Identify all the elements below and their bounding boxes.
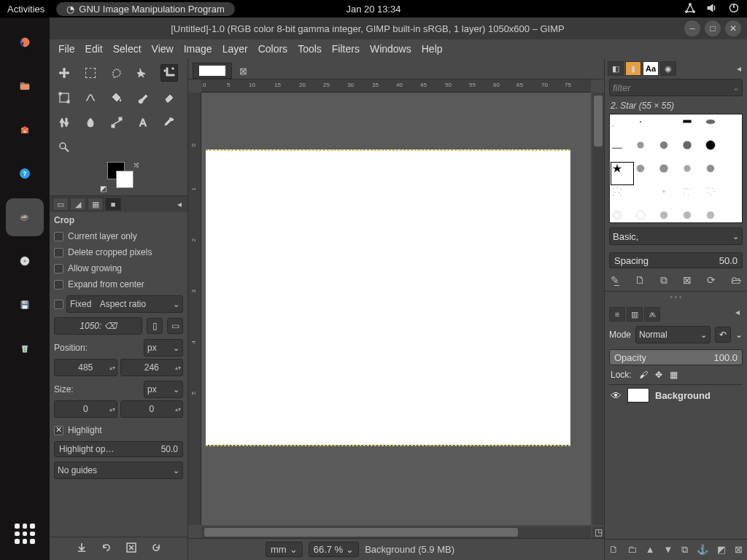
delete-brush-icon[interactable]: ⊠ [683, 274, 692, 287]
clock[interactable]: Jan 20 13:34 [346, 4, 400, 15]
edit-brush-icon[interactable]: ✎̲ [611, 274, 619, 287]
layer-list[interactable]: 👁 Background [609, 384, 743, 537]
brush-preset-combo[interactable]: Basic,⌄ [609, 228, 743, 245]
brush-spacing-slider[interactable]: Spacing50.0 [609, 252, 743, 268]
tab-channels[interactable]: ▥ [627, 307, 643, 322]
delete-preset-icon[interactable] [125, 542, 137, 556]
tool-unified-transform[interactable] [55, 89, 73, 106]
size-w-input[interactable]: 0▴▾ [54, 400, 117, 418]
image-canvas[interactable] [206, 149, 570, 445]
horizontal-scrollbar[interactable] [201, 526, 591, 538]
size-h-input[interactable]: 0▴▾ [120, 400, 184, 418]
fixed-mode-combo[interactable]: Fixed Aspect ratio ⌄ [66, 295, 183, 313]
chk-current-layer[interactable] [54, 232, 63, 241]
chk-delete-cropped[interactable] [54, 248, 63, 257]
tab-layers[interactable]: ≡ [609, 307, 625, 322]
tool-paths[interactable] [108, 114, 125, 131]
new-layer-icon[interactable]: 🗋 [609, 544, 619, 556]
tool-move[interactable] [55, 64, 73, 82]
refresh-brush-icon[interactable]: ⟳ [707, 274, 716, 287]
mask-icon[interactable]: ◩ [717, 544, 726, 556]
raise-layer-icon[interactable]: ▲ [646, 544, 655, 556]
clear-icon[interactable]: ⌫ [104, 321, 117, 331]
menu-edit[interactable]: Edit [85, 43, 103, 55]
menu-file[interactable]: File [58, 43, 75, 55]
ruler-vertical[interactable]: 012345 [188, 93, 201, 525]
dock-software[interactable] [6, 111, 44, 149]
menu-layer[interactable]: Layer [222, 43, 248, 55]
chk-expand-center[interactable] [54, 280, 63, 289]
minimize-button[interactable]: – [684, 20, 700, 36]
tab-menu-icon[interactable]: ◂ [732, 307, 743, 322]
layer-mode-combo[interactable]: Normal⌄ [635, 326, 711, 343]
chk-highlight[interactable] [54, 426, 63, 435]
layer-name[interactable]: Background [655, 390, 711, 401]
new-brush-icon[interactable]: 🗋 [635, 274, 645, 287]
brush-star-selected[interactable] [611, 163, 633, 184]
mode-switch-icon[interactable]: ↶ [715, 327, 731, 343]
tab-images[interactable]: ■ [105, 198, 121, 211]
brush-filter-input[interactable]: filter⌄ [609, 79, 743, 96]
dock-save[interactable] [6, 286, 44, 324]
layer-opacity-slider[interactable]: Opacity100.0 [609, 349, 743, 365]
vertical-scrollbar[interactable] [592, 93, 604, 525]
menu-tools[interactable]: Tools [298, 43, 322, 55]
tab-brushes-1[interactable]: ◧ [608, 61, 624, 76]
highlight-opacity-slider[interactable]: Highlight op…50.0 [54, 441, 183, 457]
default-colors-icon[interactable]: ◩ [100, 184, 107, 192]
layer-item[interactable]: 👁 Background [609, 385, 743, 405]
tab-tool-options[interactable]: ▭ [53, 198, 69, 211]
tool-rect-select[interactable] [82, 64, 99, 82]
fixed-value-input[interactable]: 1050: ⌫ [54, 317, 142, 335]
dock-gimp[interactable] [6, 198, 44, 236]
dock-firefox[interactable] [6, 23, 44, 61]
activities-button[interactable]: Activities [7, 4, 44, 15]
size-unit-combo[interactable]: px⌄ [144, 381, 183, 398]
tool-color-picker[interactable] [160, 114, 178, 131]
layer-thumbnail[interactable] [627, 388, 649, 402]
document-tab[interactable] [193, 63, 232, 79]
position-x-input[interactable]: 485▴▾ [54, 359, 117, 376]
dock-help[interactable]: ? [6, 155, 44, 192]
delete-layer-icon[interactable]: ⊠ [735, 544, 743, 556]
app-menu[interactable]: ◔ GNU Image Manipulation Program [56, 2, 234, 16]
tool-smudge[interactable] [82, 114, 99, 131]
ruler-horizontal[interactable]: 051015202530354045505560657075 [201, 79, 591, 93]
tab-undo-history[interactable]: ▦ [88, 198, 104, 211]
chk-allow-growing[interactable] [54, 264, 63, 273]
lower-layer-icon[interactable]: ▼ [664, 544, 673, 556]
tool-fuzzy-select[interactable] [134, 64, 152, 82]
lock-position-icon[interactable]: ✥ [655, 370, 662, 380]
portrait-icon[interactable]: ▯ [147, 318, 163, 334]
tool-free-select[interactable] [108, 64, 125, 82]
navigation-icon[interactable]: ◳ [592, 526, 604, 538]
merge-down-icon[interactable]: ⚓ [697, 544, 708, 556]
swap-colors-icon[interactable]: ⤭ [133, 160, 139, 170]
lock-pixels-icon[interactable]: 🖌 [639, 370, 648, 380]
dock-files[interactable] [6, 67, 44, 105]
reset-icon[interactable] [150, 542, 162, 556]
color-swatches[interactable]: ⤭ ◩ [104, 162, 136, 191]
duplicate-layer-icon[interactable]: ⧉ [681, 544, 688, 556]
tab-patterns[interactable]: ▮ [625, 61, 641, 76]
document-tab-close[interactable]: ⊠ [235, 63, 251, 79]
menu-image[interactable]: Image [184, 43, 212, 55]
menu-colors[interactable]: Colors [258, 43, 287, 55]
tool-zoom[interactable] [55, 139, 73, 156]
menu-windows[interactable]: Windows [370, 43, 411, 55]
tool-warp[interactable] [82, 89, 99, 106]
dock-show-apps[interactable] [6, 515, 44, 553]
close-button[interactable]: ✕ [725, 20, 741, 36]
background-color[interactable] [116, 171, 133, 188]
tool-clone[interactable] [55, 114, 73, 131]
menu-view[interactable]: View [152, 43, 174, 55]
new-group-icon[interactable]: 🗀 [627, 544, 637, 556]
dock-trash[interactable] [6, 330, 44, 368]
canvas-viewport[interactable]: 051015202530354045505560657075 012345 ◳ [188, 79, 604, 538]
tool-paintbrush[interactable] [134, 89, 152, 106]
power-icon[interactable] [728, 2, 740, 16]
tool-crop[interactable] [160, 64, 178, 82]
restore-preset-icon[interactable] [101, 542, 112, 556]
tab-menu-icon[interactable]: ◂ [174, 199, 185, 209]
unit-combo[interactable]: mm⌄ [266, 542, 303, 557]
